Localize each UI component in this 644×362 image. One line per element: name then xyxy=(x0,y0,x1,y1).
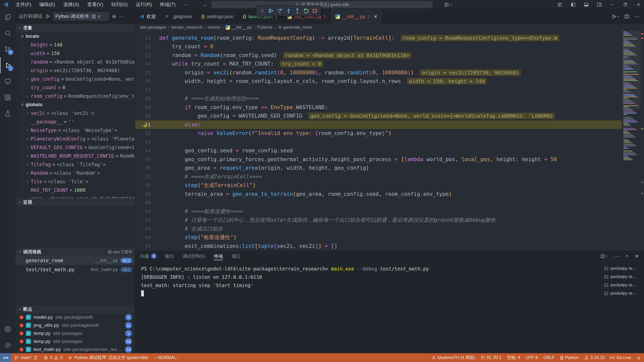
panel-tab-输出[interactable]: 输出 xyxy=(165,250,174,262)
breakpoint-row[interactable]: ✓ png_utils.pysite-packages\wfc 11 xyxy=(16,321,135,329)
breakpoint-row[interactable]: ✓ test_math.pysite-packages\terrain_res…… xyxy=(16,345,135,353)
toggle-sidebar-icon[interactable] xyxy=(568,0,579,9)
code-editor[interactable]: 2021def generate_room(room_config: RoomR… xyxy=(135,31,644,250)
menu-t[interactable]: 终端(T) xyxy=(156,0,180,9)
breakpoint-checkbox[interactable]: ✓ xyxy=(26,347,31,352)
debug-stop-icon[interactable] xyxy=(311,7,319,15)
code-line-34[interactable]: 34 geo_config.seed = room_config.seed xyxy=(135,146,644,155)
variable-row[interactable]: try_count=0 xyxy=(16,83,135,92)
status-golive[interactable]: Go Live xyxy=(607,353,634,362)
window-minimize-button[interactable]: ─ xyxy=(607,0,618,9)
variable-row[interactable]: width=150 xyxy=(16,49,135,58)
variable-row[interactable]: __package__='' xyxy=(16,117,135,126)
window-close-button[interactable]: ✕ xyxy=(633,0,644,9)
code-line-26[interactable]: 26 width, height = room_config.layout.n_… xyxy=(135,77,644,86)
variable-row[interactable]: ›PlanetaryWindConfig=<class 'Planeta… xyxy=(16,134,135,143)
watch-section-header[interactable]: 监视 xyxy=(16,198,135,206)
status-3[interactable]: 30 xyxy=(41,353,65,362)
activity-extensions-icon[interactable] xyxy=(0,89,16,106)
menu-[interactable]: ··· xyxy=(180,0,192,9)
code-line-43[interactable]: 43 # 生成出口组合 xyxy=(135,224,644,233)
variable-row[interactable]: stop=<function stop at 0x1bf9cd216d… xyxy=(16,194,135,198)
tab-__init__.py[interactable]: __init__.py2✕ xyxy=(331,9,382,24)
status-311[interactable]: 行 31, 列 1 xyxy=(478,353,504,362)
breadcrumb-item[interactable]: rooms xyxy=(208,25,220,30)
terminal-instance[interactable]: pocketpy te… xyxy=(602,289,644,297)
close-tab-icon[interactable]: ✕ xyxy=(374,14,377,19)
variable-row[interactable]: ›WASTELAND_ROOM_REQUEST_CONFIG=RoomR… xyxy=(16,152,135,160)
debug-restart-icon[interactable] xyxy=(302,7,310,15)
variable-row[interactable]: ›TileTag=<class 'TileTag'> xyxy=(16,160,135,169)
code-line-25[interactable]: 25 origin = vec2i(random.randint(0, 1000… xyxy=(135,68,644,77)
activity-scm-icon[interactable]: 3 xyxy=(0,41,16,57)
variable-row[interactable]: origin=vec2i(7205730, 9024468) xyxy=(16,66,135,75)
menu-v[interactable]: 查看(V) xyxy=(83,0,107,9)
code-line-30[interactable]: 30 geo_config = WASTELAND_GEO_CONFIGgeo_… xyxy=(135,112,644,120)
breadcrumb-item[interactable]: site-packages xyxy=(140,25,166,30)
menu-f[interactable]: 文件(F) xyxy=(12,0,35,9)
activity-settings-gear-icon[interactable] xyxy=(0,337,16,353)
menu-s[interactable]: 选择(S) xyxy=(59,0,83,9)
status-bellicon[interactable] xyxy=(634,353,644,362)
status-normal[interactable]: -- NORMAL -- xyxy=(151,353,183,362)
debug-step-into-icon[interactable] xyxy=(285,7,293,15)
variable-row[interactable]: ›room_config=RoomRequestConfig(env_t… xyxy=(16,92,135,100)
split-terminal-icon[interactable] xyxy=(600,254,608,259)
more-actions-icon[interactable]: ··· xyxy=(119,14,124,19)
variable-row[interactable]: MAX_TRY_COUNT=1000 xyxy=(16,186,135,194)
breakpoints-section-header[interactable]: 断点 xyxy=(16,305,135,313)
variable-row[interactable]: ›Random=<class 'Random'> xyxy=(16,169,135,177)
debug-continue-icon[interactable] xyxy=(267,7,275,15)
code-line-28[interactable]: 28 # ====生成初始地理信息==== xyxy=(135,94,644,103)
code-line-33[interactable]: 33 xyxy=(135,138,644,147)
menu-g[interactable]: 转到(G) xyxy=(107,0,132,9)
close-panel-icon[interactable]: ✕ xyxy=(635,253,639,259)
terminal-instance[interactable]: pocketpy te… xyxy=(602,264,644,273)
customize-layout-icon[interactable] xyxy=(554,0,566,9)
tab-.gdignore[interactable]: .gdignore xyxy=(161,9,197,24)
maximize-panel-icon[interactable] xyxy=(625,254,629,258)
status-main[interactable]: main* xyxy=(12,353,41,362)
breakpoint-checkbox[interactable]: ✓ xyxy=(26,331,31,336)
variable-row[interactable]: height=140 xyxy=(16,40,135,49)
status-31010[interactable]: 3.10.10 xyxy=(581,353,608,362)
menu-e[interactable]: 编辑(E) xyxy=(35,0,59,9)
code-line-24[interactable]: 24 while try_count < MAX_TRY_COUNT:try_c… xyxy=(135,60,644,68)
code-line-45[interactable]: 45 exit_combinations:list[tuple[vec2i, v… xyxy=(135,242,644,250)
code-line-41[interactable]: 41 # ====检查连通性==== xyxy=(135,207,644,216)
more-actions-icon[interactable]: ··· xyxy=(614,253,619,259)
panel-tab-端口[interactable]: 端口 xyxy=(231,250,240,262)
status-blueloveth3[interactable]: blueloveTH (3 周前) xyxy=(429,353,478,362)
variable-row[interactable]: random=<Random object at 0x1bf9d01e… xyxy=(16,58,135,66)
code-line-21[interactable]: 21def generate_room(room_config: RoomReq… xyxy=(135,34,644,42)
status-python[interactable]: {}Python xyxy=(557,353,581,362)
breadcrumb-item[interactable]: terrain_research xyxy=(172,25,203,30)
callstack-section-header[interactable]: 调用堆栈 因 step 已暂停 xyxy=(16,248,135,256)
command-center-search[interactable]: [扩展开发宿主] godot-ldtk xyxy=(211,1,433,8)
code-line-39[interactable]: 39 terrain_area = geo_area_to_terrain(ge… xyxy=(135,190,644,199)
breakpoint-row[interactable]: ✓ model.pysite-packages\wfc 6 xyxy=(16,313,135,321)
status-crlf[interactable]: CRLF xyxy=(541,353,557,362)
status-remote[interactable]: >< xyxy=(0,353,12,362)
code-line-32[interactable]: 32 raise ValueError(f"Invalid env type: … xyxy=(135,129,644,138)
variable-row[interactable]: ›geo_config=GeoConfig(seed=None, wor… xyxy=(16,75,135,83)
toggle-panel-icon[interactable] xyxy=(581,0,592,9)
status-4[interactable]: 空格: 4 xyxy=(504,353,523,362)
breakpoint-row[interactable]: ✓ temp.pysite-packages 58 xyxy=(16,337,135,345)
activity-explorer-icon[interactable] xyxy=(0,9,16,25)
drag-grip-icon[interactable] xyxy=(258,7,266,15)
debug-start-icon[interactable] xyxy=(45,14,51,19)
activity-search-icon[interactable] xyxy=(0,25,16,41)
code-line-44[interactable]: 44 step("检查连通性") xyxy=(135,233,644,242)
breakpoint-checkbox[interactable]: ✓ xyxy=(26,315,31,320)
variable-row[interactable]: ›NoiseType=<class 'NoiseType'> xyxy=(16,126,135,134)
terminal-instance[interactable]: pocketpy te… xyxy=(602,273,644,281)
panel-tab-终端[interactable]: 终端 xyxy=(214,250,223,262)
menu-r[interactable]: 运行(R) xyxy=(132,0,156,9)
breadcrumb-item[interactable]: generate_room xyxy=(278,25,312,30)
callstack-frame[interactable]: generate_room__init__.py31:1 xyxy=(16,256,135,265)
var-group-locals[interactable]: ∨locals xyxy=(16,32,135,40)
code-line-31[interactable]: 31 else: xyxy=(135,120,644,129)
code-line-20[interactable]: 20 xyxy=(135,31,644,34)
cell-layout-icon[interactable] xyxy=(443,0,454,9)
